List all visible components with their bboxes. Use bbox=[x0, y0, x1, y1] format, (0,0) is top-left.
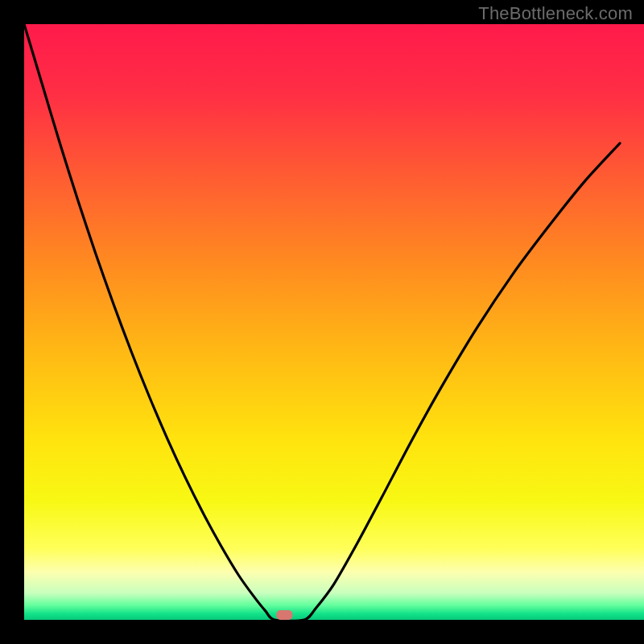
watermark-text: TheBottleneck.com bbox=[478, 3, 633, 24]
margin-left bbox=[0, 0, 24, 644]
bottleneck-chart bbox=[0, 0, 644, 644]
optimum-marker bbox=[276, 610, 292, 620]
plot-area bbox=[0, 24, 644, 620]
margin-bottom bbox=[0, 620, 644, 644]
chart-container: TheBottleneck.com bbox=[0, 0, 644, 644]
